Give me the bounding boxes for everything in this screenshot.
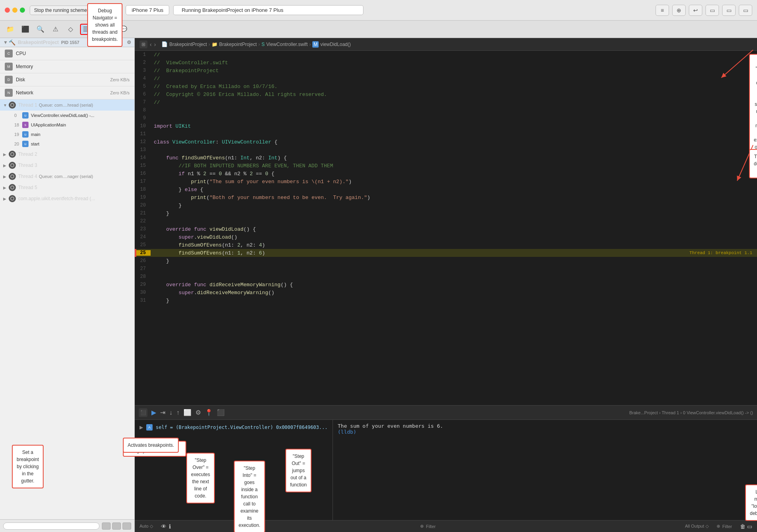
search-icon[interactable]: 🔍 bbox=[35, 24, 46, 35]
line-21: 21 } bbox=[135, 209, 757, 217]
debug-workflows-button[interactable]: ⬜ bbox=[184, 409, 191, 416]
debug-toolbar: ⬛ ▶ ⇥ ↓ ↑ ⬜ ⚙ 📍 ⬛ Brake...Project › Thre… bbox=[135, 406, 757, 420]
line-8: 8 bbox=[135, 106, 757, 114]
related-items-button[interactable]: ⊞ bbox=[140, 40, 147, 48]
breadcrumb-project[interactable]: BrakepointProject bbox=[169, 42, 207, 47]
source-control-icon[interactable]: ⬛ bbox=[20, 24, 31, 35]
cpu-label: CPU bbox=[16, 51, 130, 56]
all-output-label: All Output ◇ bbox=[685, 524, 708, 529]
thread-3-label: Thread 3 bbox=[18, 163, 37, 168]
breadcrumb-file[interactable]: ViewController.swift bbox=[266, 42, 308, 47]
debug-area: ⬛ ▶ ⇥ ↓ ↑ ⬜ ⚙ 📍 ⬛ Brake...Project › Thre… bbox=[135, 405, 757, 532]
trash-icon[interactable]: 🗑 bbox=[740, 523, 746, 530]
frame-18-label: UIApplicationMain bbox=[31, 122, 66, 127]
continue-pause-button[interactable]: ▶ bbox=[151, 409, 156, 416]
line-29: 28 bbox=[135, 273, 757, 281]
frame-18-icon: s bbox=[22, 122, 29, 128]
network-monitor[interactable]: N Network Zero KB/s bbox=[0, 86, 134, 100]
breadcrumb-method[interactable]: viewDidLoad() bbox=[320, 42, 351, 47]
step-over-button[interactable]: ⇥ bbox=[160, 409, 165, 416]
eye-icon[interactable]: 👁 bbox=[161, 523, 166, 530]
thread-1-expand-icon[interactable]: ▼ bbox=[3, 103, 9, 107]
eventfetch-expand-icon[interactable]: ▶ bbox=[3, 197, 9, 201]
breakpoint-annotation: Thread 1: breakpoint 1.1 bbox=[690, 251, 757, 255]
editor-options-button[interactable]: ≡ bbox=[656, 5, 669, 16]
line-9: 9 bbox=[135, 114, 757, 122]
debug-navigator-annotation: Debug Navigator = shows all threads and … bbox=[87, 3, 122, 47]
split-icon[interactable]: ▭ bbox=[747, 523, 752, 530]
line-31: 30 super.didReceiveMemoryWarning() bbox=[135, 289, 757, 297]
thread-5-item[interactable]: ▶ Thread 5 bbox=[0, 182, 134, 193]
line-26: 25 findSumOfEvens(n1: 1, n2: 6) Thread 1… bbox=[135, 249, 757, 257]
thread-1-label: Thread 1 bbox=[18, 102, 37, 108]
maximize-button[interactable] bbox=[20, 8, 25, 13]
thread-4-item[interactable]: ▶ Thread 4 Queue: com....nager (serial) bbox=[0, 171, 134, 182]
frame-0-item[interactable]: 0 u ViewController.viewDidLoad() -... bbox=[0, 111, 134, 120]
auto-selector[interactable]: Auto ◇ bbox=[140, 524, 153, 529]
back-forward-button[interactable]: ↩ bbox=[689, 5, 702, 16]
thread-3-item[interactable]: ▶ Thread 3 bbox=[0, 160, 134, 171]
project-expand-icon[interactable]: ▼ bbox=[3, 40, 9, 45]
frame-20-item[interactable]: 20 u start bbox=[0, 139, 134, 149]
thread-options-button[interactable]: ⚙ bbox=[195, 409, 201, 416]
editor-panel: ⊞ ‹ › 📄 BrakepointProject › 📁 Brakepoint… bbox=[135, 38, 757, 532]
eventfetch-thread-item[interactable]: ▶ com.apple.uikit.eventfetch-thread (... bbox=[0, 193, 134, 204]
breadcrumb: ⊞ ‹ › 📄 BrakepointProject › 📁 Brakepoint… bbox=[135, 38, 757, 51]
device-selector[interactable]: iPhone 7 Plus bbox=[126, 5, 169, 15]
navigator-folder-icon[interactable]: 📁 bbox=[5, 24, 16, 35]
sidebar-options-icon[interactable]: ⚙ bbox=[127, 40, 131, 45]
line-16: 16 if n1 % 2 == 0 && n2 % 2 == 0 { bbox=[135, 170, 757, 178]
project-name: BrakepointProject bbox=[18, 40, 59, 45]
console-filter: ⊕ Filter bbox=[717, 524, 732, 529]
forward-button[interactable]: › bbox=[154, 41, 156, 48]
eventfetch-label: com.apple.uikit.eventfetch-thread (... bbox=[18, 196, 95, 201]
assistant-editor-button[interactable]: ▭ bbox=[722, 5, 736, 16]
filter-option-1[interactable] bbox=[102, 522, 111, 530]
thread-2-item[interactable]: ▶ Thread 2 bbox=[0, 149, 134, 160]
close-button[interactable] bbox=[5, 8, 10, 13]
cpu-icon: C bbox=[5, 50, 13, 57]
back-button[interactable]: ‹ bbox=[150, 41, 152, 48]
thread-5-icon bbox=[9, 184, 16, 191]
frame-19-item[interactable]: 19 u main bbox=[0, 130, 134, 139]
activate-breakpoints-button[interactable]: ⬛ bbox=[217, 409, 225, 416]
filter-option-3[interactable] bbox=[122, 522, 131, 530]
var-expand-icon[interactable]: ▶ bbox=[140, 425, 143, 430]
hide-debug-icon[interactable]: ⬛ bbox=[139, 408, 147, 417]
thread-4-expand-icon[interactable]: ▶ bbox=[3, 174, 9, 179]
console-panel[interactable]: The sum of your even numbers is 6. (lldb… bbox=[333, 420, 757, 520]
step-into-button[interactable]: ↓ bbox=[169, 409, 172, 416]
frame-18-item[interactable]: 18 s UIApplicationMain bbox=[0, 120, 134, 130]
location-button[interactable]: 📍 bbox=[205, 409, 213, 416]
minimize-button[interactable] bbox=[12, 8, 17, 13]
filter-option-2[interactable] bbox=[112, 522, 121, 530]
thread-5-label: Thread 5 bbox=[18, 185, 37, 190]
related-files-button[interactable]: ⊕ bbox=[672, 5, 686, 16]
thread-5-expand-icon[interactable]: ▶ bbox=[3, 186, 9, 190]
disk-monitor[interactable]: D Disk Zero KB/s bbox=[0, 73, 134, 86]
thread-3-expand-icon[interactable]: ▶ bbox=[3, 163, 9, 168]
line-25: 25 findSumOfEvens(n1: 2, n2: 4) bbox=[135, 241, 757, 249]
breadcrumb-folder[interactable]: BrakepointProject bbox=[219, 42, 257, 47]
cpu-monitor[interactable]: C CPU bbox=[0, 47, 134, 60]
standard-editor-button[interactable]: ▭ bbox=[705, 5, 719, 16]
step-out-button[interactable]: ↑ bbox=[176, 409, 180, 416]
line-27: 26 } bbox=[135, 257, 757, 265]
debug-icon[interactable]: ◇ bbox=[65, 24, 76, 35]
version-editor-button[interactable]: ▭ bbox=[739, 5, 752, 16]
thread-3-icon bbox=[9, 162, 16, 169]
line-6: 6 // Copyright © 2016 Erica Millado. All… bbox=[135, 90, 757, 98]
thread-1-item[interactable]: ▼ Thread 1 Queue: com....hread (serial) bbox=[0, 100, 134, 111]
traffic-lights bbox=[5, 8, 25, 13]
line-24: 24 super.viewDidLoad() bbox=[135, 233, 757, 241]
filter2-icon: ⊕ bbox=[717, 524, 720, 529]
info-icon[interactable]: ℹ bbox=[169, 523, 171, 530]
debug-breadcrumb-text: Brake...Project › Thread 1 › 0 ViewContr… bbox=[629, 410, 753, 415]
all-output-selector[interactable]: All Output ◇ bbox=[685, 524, 708, 529]
line-11: 11 bbox=[135, 130, 757, 138]
sidebar-filter-input[interactable] bbox=[3, 522, 99, 530]
issues-icon[interactable]: ⚠ bbox=[50, 24, 61, 35]
memory-monitor[interactable]: M Memory bbox=[0, 60, 134, 73]
frame-19-label: main bbox=[31, 132, 40, 137]
thread-2-expand-icon[interactable]: ▶ bbox=[3, 152, 9, 157]
